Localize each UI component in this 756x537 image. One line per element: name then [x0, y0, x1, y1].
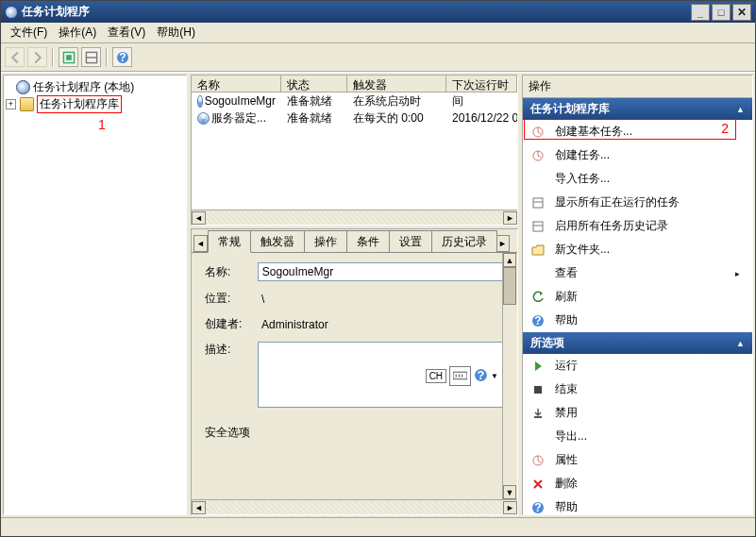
action-icon — [530, 148, 546, 163]
h-scrollbar[interactable]: ◄ ► — [192, 210, 517, 225]
action-item[interactable]: 导入任务... — [523, 167, 752, 191]
ime-keyboard-icon[interactable] — [449, 366, 471, 386]
actions-group-selected[interactable]: 所选项▲ — [523, 332, 752, 354]
creator-label: 创建者: — [205, 316, 261, 332]
col-status[interactable]: 状态 — [281, 76, 347, 92]
actions-pane: 操作 任务计划程序库▲ 创建基本任务...创建任务...导入任务...显示所有正… — [522, 75, 753, 515]
action-label: 禁用 — [555, 405, 578, 421]
scroll-thumb[interactable] — [503, 267, 516, 305]
action-item[interactable]: 导出... — [523, 425, 752, 448]
expand-icon[interactable]: + — [6, 99, 16, 109]
detail-vscroll[interactable]: ▲ ▼ — [502, 253, 517, 499]
menu-file[interactable]: 文件(F) — [5, 23, 53, 42]
action-icon — [530, 406, 546, 421]
action-icon — [530, 359, 546, 374]
col-next[interactable]: 下次运行时间 — [446, 76, 517, 92]
annotation-1: 1 — [98, 117, 106, 132]
task-icon — [197, 112, 210, 125]
tab-scroll-left[interactable]: ◄ — [193, 235, 208, 252]
action-label: 删除 — [555, 476, 578, 492]
ime-bar[interactable]: CH ? ▼ — [426, 366, 498, 386]
action-item[interactable]: 禁用 — [523, 401, 752, 425]
tab-actions[interactable]: 操作 — [304, 230, 347, 252]
action-icon — [530, 125, 546, 140]
action-item[interactable]: 启用所有任务历史记录 — [523, 214, 752, 238]
action-label: 创建任务... — [555, 147, 610, 163]
action-label: 属性 — [555, 452, 578, 468]
svg-text:?: ? — [534, 314, 541, 327]
scroll-down[interactable]: ▼ — [503, 485, 516, 499]
scheduler-icon — [16, 80, 30, 94]
creator-value: Administrator — [261, 318, 328, 331]
scroll-right[interactable]: ► — [503, 501, 517, 514]
annotation-2: 2 — [721, 121, 729, 136]
action-item[interactable]: 创建基本任务... — [523, 120, 752, 143]
action-item[interactable]: 显示所有正在运行的任务 — [523, 191, 752, 214]
help-button[interactable]: ? — [112, 47, 132, 67]
menu-action[interactable]: 操作(A) — [53, 23, 102, 42]
action-item[interactable]: 结束 — [523, 378, 752, 401]
task-row[interactable]: SogouImeMgr准备就绪在系统启动时 — [192, 92, 517, 109]
maximize-button[interactable]: □ — [712, 4, 731, 21]
action-item[interactable]: 查看▸ — [523, 261, 752, 285]
action-item[interactable]: 新文件夹... — [523, 238, 752, 261]
action-label: 启用所有任务历史记录 — [555, 218, 668, 234]
action-item[interactable]: ?帮助 — [523, 309, 752, 332]
action-label: 帮助 — [555, 312, 578, 328]
tree-root[interactable]: 任务计划程序 (本地) — [6, 79, 184, 94]
titlebar[interactable]: 任务计划程序 _ □ ✕ — [1, 1, 755, 23]
action-icon — [530, 290, 546, 305]
col-name[interactable]: 名称 — [192, 76, 281, 92]
scroll-left[interactable]: ◄ — [192, 211, 206, 225]
action-item[interactable]: 运行 — [523, 354, 752, 378]
detail-hscroll[interactable]: ◄ ► — [192, 499, 517, 514]
list-header: 名称 状态 触发器 下次运行时间 — [192, 76, 517, 92]
action-item[interactable]: 创建任务... — [523, 143, 752, 167]
action-label: 结束 — [555, 381, 578, 397]
action-icon — [530, 266, 546, 281]
toolbar-btn-1[interactable] — [59, 47, 78, 67]
action-icon — [530, 429, 546, 445]
scroll-up[interactable]: ▲ — [503, 253, 516, 267]
tab-scroll-right[interactable]: ► — [496, 235, 510, 252]
menu-view[interactable]: 查看(V) — [102, 23, 151, 42]
tree-library[interactable]: + 任务计划程序库 — [6, 96, 184, 111]
close-button[interactable]: ✕ — [732, 4, 751, 21]
toolbar-btn-2[interactable] — [81, 47, 101, 67]
action-label: 帮助 — [555, 499, 578, 514]
actions-group-library[interactable]: 任务计划程序库▲ — [523, 98, 752, 120]
svg-rect-21 — [534, 416, 542, 418]
task-name: SogouImeMgr — [205, 94, 276, 108]
minimize-button[interactable]: _ — [691, 4, 710, 21]
action-label: 显示所有正在运行的任务 — [555, 194, 680, 210]
name-input[interactable] — [258, 262, 504, 281]
task-row[interactable]: 服务器定...准备就绪在每天的 0:002016/12/22 0:0 — [192, 109, 517, 126]
tab-content: 名称: 位置: \ 创建者: Administrator 描述: — [192, 252, 517, 499]
tab-triggers[interactable]: 触发器 — [250, 230, 305, 252]
action-item[interactable]: 删除 — [523, 472, 752, 495]
task-rows: SogouImeMgr准备就绪在系统启动时服务器定...准备就绪在每天的 0:0… — [192, 92, 517, 210]
tab-settings[interactable]: 设置 — [389, 230, 432, 252]
action-icon: ? — [530, 500, 546, 515]
task-trigger: 在每天的 0:00 — [347, 110, 446, 126]
tab-conditions[interactable]: 条件 — [346, 230, 390, 252]
svg-rect-20 — [534, 386, 542, 394]
action-item[interactable]: 刷新 — [523, 285, 752, 309]
menu-help[interactable]: 帮助(H) — [151, 23, 201, 42]
task-details: ◄ 常规 触发器 操作 条件 设置 历史记录 ► 名称: — [191, 228, 518, 515]
task-status: 准备就绪 — [281, 110, 347, 126]
task-icon — [197, 95, 203, 108]
ime-dropdown-icon[interactable]: ▼ — [491, 372, 498, 380]
svg-text:?: ? — [119, 51, 126, 64]
tab-general[interactable]: 常规 — [208, 230, 251, 253]
back-button — [5, 47, 25, 67]
action-item[interactable]: 属性 — [523, 448, 752, 472]
col-trigger[interactable]: 触发器 — [347, 76, 446, 92]
scroll-right[interactable]: ► — [503, 211, 517, 225]
ime-help-icon[interactable]: ? — [474, 368, 488, 385]
action-item[interactable]: ?帮助 — [523, 495, 752, 514]
task-status: 准备就绪 — [281, 93, 347, 109]
scroll-left[interactable]: ◄ — [192, 501, 206, 514]
tab-history[interactable]: 历史记录 — [431, 230, 497, 252]
ime-lang[interactable]: CH — [426, 369, 446, 383]
